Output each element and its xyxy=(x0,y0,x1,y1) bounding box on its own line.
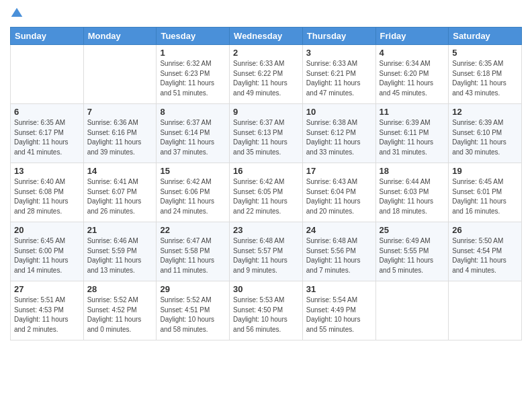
day-info: Sunrise: 5:51 AMSunset: 4:53 PMDaylight:… xyxy=(14,295,80,334)
day-number: 11 xyxy=(380,107,445,117)
day-number: 26 xyxy=(452,225,518,235)
week-row-3: 13Sunrise: 6:40 AMSunset: 6:08 PMDayligh… xyxy=(11,163,522,222)
day-info: Sunrise: 6:38 AMSunset: 6:12 PMDaylight:… xyxy=(306,118,372,157)
day-number: 29 xyxy=(160,284,226,294)
day-number: 19 xyxy=(452,166,518,176)
day-info: Sunrise: 6:35 AMSunset: 6:17 PMDaylight:… xyxy=(14,118,80,157)
calendar-cell: 15Sunrise: 6:42 AMSunset: 6:06 PMDayligh… xyxy=(157,163,230,222)
day-info: Sunrise: 6:41 AMSunset: 6:07 PMDaylight:… xyxy=(87,177,153,216)
week-row-2: 6Sunrise: 6:35 AMSunset: 6:17 PMDaylight… xyxy=(11,104,522,163)
calendar-cell: 11Sunrise: 6:39 AMSunset: 6:11 PMDayligh… xyxy=(375,104,449,163)
day-number: 24 xyxy=(306,225,372,235)
weekday-header-sunday: Sunday xyxy=(11,28,84,45)
day-number: 28 xyxy=(87,284,153,294)
weekday-header-thursday: Thursday xyxy=(302,28,375,45)
calendar-cell: 9Sunrise: 6:37 AMSunset: 6:13 PMDaylight… xyxy=(230,104,303,163)
day-info: Sunrise: 6:34 AMSunset: 6:20 PMDaylight:… xyxy=(380,59,445,98)
day-info: Sunrise: 5:54 AMSunset: 4:49 PMDaylight:… xyxy=(306,295,372,334)
calendar-cell: 18Sunrise: 6:44 AMSunset: 6:03 PMDayligh… xyxy=(375,163,449,222)
day-number: 30 xyxy=(233,284,299,294)
calendar-cell: 19Sunrise: 6:45 AMSunset: 6:01 PMDayligh… xyxy=(449,163,522,222)
day-number: 3 xyxy=(306,48,372,58)
day-info: Sunrise: 6:49 AMSunset: 5:55 PMDaylight:… xyxy=(380,236,445,275)
weekday-header-wednesday: Wednesday xyxy=(230,28,303,45)
calendar-cell: 6Sunrise: 6:35 AMSunset: 6:17 PMDaylight… xyxy=(11,104,84,163)
calendar-cell: 20Sunrise: 6:45 AMSunset: 6:00 PMDayligh… xyxy=(11,222,84,281)
calendar-cell xyxy=(11,45,84,104)
day-number: 7 xyxy=(87,107,153,117)
day-number: 13 xyxy=(14,166,80,176)
day-info: Sunrise: 5:52 AMSunset: 4:52 PMDaylight:… xyxy=(87,295,153,334)
day-number: 4 xyxy=(380,48,445,58)
calendar-cell: 14Sunrise: 6:41 AMSunset: 6:07 PMDayligh… xyxy=(83,163,157,222)
day-number: 12 xyxy=(452,107,518,117)
day-info: Sunrise: 6:48 AMSunset: 5:56 PMDaylight:… xyxy=(306,236,372,275)
day-number: 31 xyxy=(306,284,372,294)
calendar-cell: 16Sunrise: 6:42 AMSunset: 6:05 PMDayligh… xyxy=(230,163,303,222)
day-info: Sunrise: 6:42 AMSunset: 6:05 PMDaylight:… xyxy=(233,177,299,216)
weekday-header-monday: Monday xyxy=(83,28,157,45)
logo-icon xyxy=(10,7,24,20)
weekday-header-saturday: Saturday xyxy=(449,28,522,45)
day-number: 22 xyxy=(160,225,226,235)
day-info: Sunrise: 6:33 AMSunset: 6:22 PMDaylight:… xyxy=(233,59,299,98)
calendar-cell xyxy=(449,281,522,340)
day-info: Sunrise: 5:50 AMSunset: 4:54 PMDaylight:… xyxy=(452,236,518,275)
calendar-cell xyxy=(83,45,157,104)
day-number: 17 xyxy=(306,166,372,176)
svg-marker-0 xyxy=(11,8,23,17)
day-info: Sunrise: 5:52 AMSunset: 4:51 PMDaylight:… xyxy=(160,295,226,334)
calendar-cell: 28Sunrise: 5:52 AMSunset: 4:52 PMDayligh… xyxy=(83,281,157,340)
page-header xyxy=(10,7,522,23)
day-number: 21 xyxy=(87,225,153,235)
day-number: 8 xyxy=(160,107,226,117)
day-number: 20 xyxy=(14,225,80,235)
day-info: Sunrise: 6:36 AMSunset: 6:16 PMDaylight:… xyxy=(87,118,153,157)
calendar-cell: 4Sunrise: 6:34 AMSunset: 6:20 PMDaylight… xyxy=(375,45,449,104)
weekday-header-tuesday: Tuesday xyxy=(157,28,230,45)
day-number: 6 xyxy=(14,107,80,117)
calendar-cell: 30Sunrise: 5:53 AMSunset: 4:50 PMDayligh… xyxy=(230,281,303,340)
weekday-header-friday: Friday xyxy=(375,28,449,45)
day-info: Sunrise: 6:39 AMSunset: 6:10 PMDaylight:… xyxy=(452,118,518,157)
day-number: 27 xyxy=(14,284,80,294)
day-number: 25 xyxy=(380,225,445,235)
calendar-cell: 13Sunrise: 6:40 AMSunset: 6:08 PMDayligh… xyxy=(11,163,84,222)
calendar-cell: 3Sunrise: 6:33 AMSunset: 6:21 PMDaylight… xyxy=(302,45,375,104)
day-info: Sunrise: 5:53 AMSunset: 4:50 PMDaylight:… xyxy=(233,295,299,334)
calendar-cell: 7Sunrise: 6:36 AMSunset: 6:16 PMDaylight… xyxy=(83,104,157,163)
week-row-1: 1Sunrise: 6:32 AMSunset: 6:23 PMDaylight… xyxy=(11,45,522,104)
week-row-4: 20Sunrise: 6:45 AMSunset: 6:00 PMDayligh… xyxy=(11,222,522,281)
day-info: Sunrise: 6:45 AMSunset: 6:01 PMDaylight:… xyxy=(452,177,518,216)
weekday-header-row: SundayMondayTuesdayWednesdayThursdayFrid… xyxy=(11,28,522,45)
day-info: Sunrise: 6:48 AMSunset: 5:57 PMDaylight:… xyxy=(233,236,299,275)
calendar-cell: 5Sunrise: 6:35 AMSunset: 6:18 PMDaylight… xyxy=(449,45,522,104)
day-info: Sunrise: 6:40 AMSunset: 6:08 PMDaylight:… xyxy=(14,177,80,216)
calendar-cell: 8Sunrise: 6:37 AMSunset: 6:14 PMDaylight… xyxy=(157,104,230,163)
calendar-cell: 31Sunrise: 5:54 AMSunset: 4:49 PMDayligh… xyxy=(302,281,375,340)
calendar-cell xyxy=(375,281,449,340)
day-number: 10 xyxy=(306,107,372,117)
calendar-cell: 23Sunrise: 6:48 AMSunset: 5:57 PMDayligh… xyxy=(230,222,303,281)
day-info: Sunrise: 6:32 AMSunset: 6:23 PMDaylight:… xyxy=(160,59,226,98)
calendar-cell: 25Sunrise: 6:49 AMSunset: 5:55 PMDayligh… xyxy=(375,222,449,281)
day-info: Sunrise: 6:33 AMSunset: 6:21 PMDaylight:… xyxy=(306,59,372,98)
day-number: 5 xyxy=(452,48,518,58)
calendar-cell: 1Sunrise: 6:32 AMSunset: 6:23 PMDaylight… xyxy=(157,45,230,104)
day-info: Sunrise: 6:43 AMSunset: 6:04 PMDaylight:… xyxy=(306,177,372,216)
day-number: 15 xyxy=(160,166,226,176)
day-number: 1 xyxy=(160,48,226,58)
calendar-cell: 12Sunrise: 6:39 AMSunset: 6:10 PMDayligh… xyxy=(449,104,522,163)
day-info: Sunrise: 6:39 AMSunset: 6:11 PMDaylight:… xyxy=(380,118,445,157)
day-info: Sunrise: 6:42 AMSunset: 6:06 PMDaylight:… xyxy=(160,177,226,216)
day-info: Sunrise: 6:37 AMSunset: 6:14 PMDaylight:… xyxy=(160,118,226,157)
day-info: Sunrise: 6:47 AMSunset: 5:58 PMDaylight:… xyxy=(160,236,226,275)
day-number: 9 xyxy=(233,107,299,117)
day-number: 2 xyxy=(233,48,299,58)
calendar-cell: 24Sunrise: 6:48 AMSunset: 5:56 PMDayligh… xyxy=(302,222,375,281)
day-info: Sunrise: 6:35 AMSunset: 6:18 PMDaylight:… xyxy=(452,59,518,98)
calendar-cell: 17Sunrise: 6:43 AMSunset: 6:04 PMDayligh… xyxy=(302,163,375,222)
day-number: 23 xyxy=(233,225,299,235)
day-info: Sunrise: 6:45 AMSunset: 6:00 PMDaylight:… xyxy=(14,236,80,275)
calendar-cell: 29Sunrise: 5:52 AMSunset: 4:51 PMDayligh… xyxy=(157,281,230,340)
